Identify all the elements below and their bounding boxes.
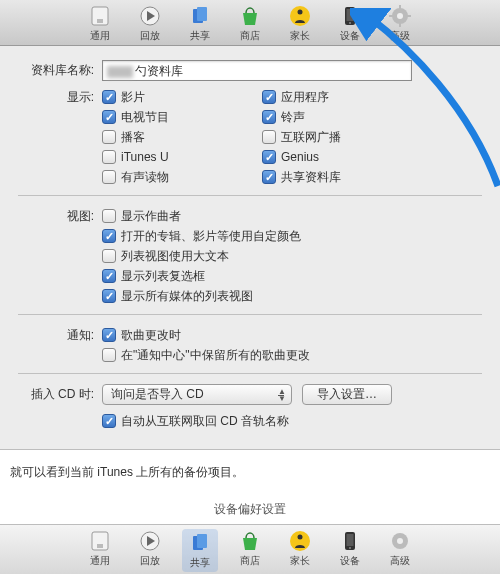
store-icon bbox=[238, 4, 262, 28]
check-podcasts[interactable]: 播客 bbox=[102, 127, 262, 147]
devices-icon bbox=[338, 529, 362, 553]
toolbar-label: 回放 bbox=[140, 29, 160, 43]
store-icon bbox=[238, 529, 262, 553]
playback-icon bbox=[138, 4, 162, 28]
toolbar-devices[interactable]: 设备 bbox=[332, 4, 368, 43]
insert-cd-label: 插入 CD 时: bbox=[18, 384, 102, 403]
check-song-change[interactable]: 歌曲更改时 bbox=[102, 325, 422, 345]
svg-point-7 bbox=[298, 10, 303, 15]
svg-point-12 bbox=[397, 13, 403, 19]
toolbar-playback[interactable]: 回放 bbox=[132, 4, 168, 43]
display-checks: 影片 应用程序 电视节目 铃声 播客 互联网广播 iTunes U Genius… bbox=[102, 87, 482, 187]
check-list-checkboxes[interactable]: 显示列表复选框 bbox=[102, 266, 422, 286]
toolbar-label: 共享 bbox=[190, 29, 210, 43]
svg-rect-15 bbox=[389, 15, 393, 17]
toolbar-label: 高级 bbox=[390, 29, 410, 43]
article-caption: 就可以看到当前 iTunes 上所有的备份项目。 bbox=[0, 450, 500, 495]
svg-point-24 bbox=[298, 535, 303, 540]
svg-rect-22 bbox=[197, 534, 207, 548]
chevron-updown-icon: ▲▼ bbox=[278, 388, 286, 402]
svg-rect-26 bbox=[347, 534, 354, 546]
gear-icon bbox=[388, 4, 412, 28]
check-shared[interactable]: 共享资料库 bbox=[262, 167, 422, 187]
check-apps[interactable]: 应用程序 bbox=[262, 87, 422, 107]
gear-icon bbox=[388, 529, 412, 553]
preferences-general-pane: 资料库名称: 勺资料库 显示: 影片 应用程序 电视节目 铃声 播客 互联网广播… bbox=[0, 46, 500, 450]
check-genius[interactable]: Genius bbox=[262, 147, 422, 167]
general-icon bbox=[88, 4, 112, 28]
footer-parental[interactable]: 家长 bbox=[282, 529, 318, 572]
sharing-icon bbox=[188, 4, 212, 28]
svg-point-10 bbox=[349, 22, 351, 24]
parental-icon bbox=[288, 529, 312, 553]
sharing-icon bbox=[188, 531, 212, 555]
parental-icon bbox=[288, 4, 312, 28]
toolbar-label: 家长 bbox=[290, 29, 310, 43]
separator bbox=[18, 195, 482, 196]
notify-checks: 歌曲更改时 在"通知中心"中保留所有的歌曲更改 bbox=[102, 325, 482, 365]
check-composer[interactable]: 显示作曲者 bbox=[102, 206, 422, 226]
check-radio[interactable]: 互联网广播 bbox=[262, 127, 422, 147]
check-large-text[interactable]: 列表视图使用大文本 bbox=[102, 246, 422, 266]
playback-icon bbox=[138, 529, 162, 553]
toolbar-store[interactable]: 商店 bbox=[232, 4, 268, 43]
footer-general[interactable]: 通用 bbox=[82, 529, 118, 572]
view-label: 视图: bbox=[18, 206, 102, 225]
footer-advanced[interactable]: 高级 bbox=[382, 529, 418, 572]
check-list-view-all[interactable]: 显示所有媒体的列表视图 bbox=[102, 286, 422, 306]
footer-toolbar: 通用 回放 共享 商店 家长 设备 高级 bbox=[0, 524, 500, 574]
general-icon bbox=[88, 529, 112, 553]
toolbar-parental[interactable]: 家长 bbox=[282, 4, 318, 43]
check-custom-colors[interactable]: 打开的专辑、影片等使用自定颜色 bbox=[102, 226, 422, 246]
notify-label: 通知: bbox=[18, 325, 102, 344]
toolbar-sharing[interactable]: 共享 bbox=[182, 4, 218, 43]
footer-title: 设备偏好设置 bbox=[0, 495, 500, 524]
toolbar-label: 设备 bbox=[340, 29, 360, 43]
check-tv[interactable]: 电视节目 bbox=[102, 107, 262, 127]
import-settings-button[interactable]: 导入设置… bbox=[302, 384, 392, 405]
svg-point-29 bbox=[397, 538, 403, 544]
svg-rect-9 bbox=[347, 9, 354, 21]
footer-sharing[interactable]: 共享 bbox=[182, 529, 218, 572]
check-ringtones[interactable]: 铃声 bbox=[262, 107, 422, 127]
library-name-label: 资料库名称: bbox=[18, 60, 102, 79]
view-checks: 显示作曲者 打开的专辑、影片等使用自定颜色 列表视图使用大文本 显示列表复选框 … bbox=[102, 206, 482, 306]
separator bbox=[18, 373, 482, 374]
svg-rect-1 bbox=[97, 19, 103, 23]
footer-devices[interactable]: 设备 bbox=[332, 529, 368, 572]
svg-rect-18 bbox=[97, 544, 103, 548]
svg-rect-5 bbox=[197, 7, 207, 21]
toolbar-general[interactable]: 通用 bbox=[82, 4, 118, 43]
library-name-field[interactable]: 勺资料库 bbox=[102, 60, 412, 81]
svg-rect-13 bbox=[399, 5, 401, 9]
svg-point-27 bbox=[349, 547, 351, 549]
check-auto-cd-names[interactable]: 自动从互联网取回 CD 音轨名称 bbox=[102, 411, 422, 431]
preferences-toolbar: 通用 回放 共享 商店 家长 设备 高级 bbox=[0, 0, 500, 46]
check-movies[interactable]: 影片 bbox=[102, 87, 262, 107]
check-itunesu[interactable]: iTunes U bbox=[102, 147, 262, 167]
devices-icon bbox=[338, 4, 362, 28]
display-label: 显示: bbox=[18, 87, 102, 106]
footer-playback[interactable]: 回放 bbox=[132, 529, 168, 572]
insert-cd-select[interactable]: 询问是否导入 CD▲▼ bbox=[102, 384, 292, 405]
footer-store[interactable]: 商店 bbox=[232, 529, 268, 572]
svg-rect-14 bbox=[399, 23, 401, 27]
svg-rect-16 bbox=[407, 15, 411, 17]
check-audiobooks[interactable]: 有声读物 bbox=[102, 167, 262, 187]
separator bbox=[18, 314, 482, 315]
toolbar-label: 商店 bbox=[240, 29, 260, 43]
toolbar-advanced[interactable]: 高级 bbox=[382, 4, 418, 43]
library-name-value: 勺资料库 bbox=[135, 64, 183, 78]
check-notification-center[interactable]: 在"通知中心"中保留所有的歌曲更改 bbox=[102, 345, 422, 365]
toolbar-label: 通用 bbox=[90, 29, 110, 43]
